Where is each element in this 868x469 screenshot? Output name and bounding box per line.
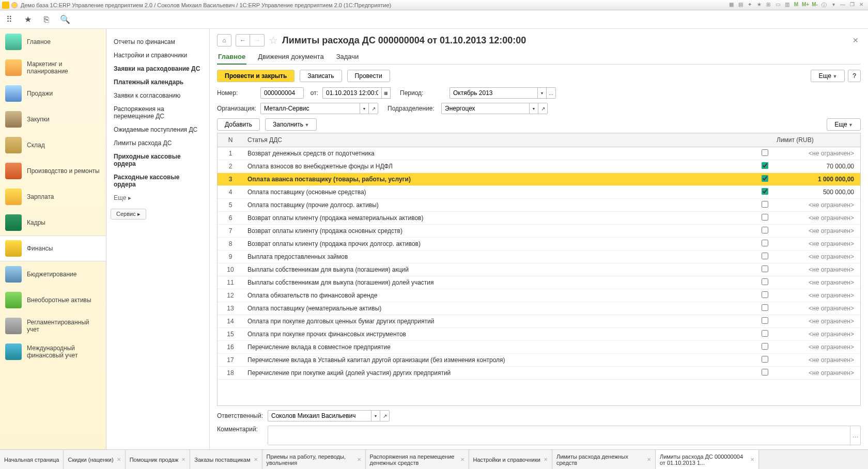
resp-dropdown-icon[interactable]: ▾	[371, 410, 380, 421]
nav-item-4[interactable]: Склад	[0, 132, 106, 158]
window-tab-5[interactable]: Распоряжения на перемещение денежных сре…	[366, 450, 469, 469]
tab-movements[interactable]: Движения документа	[257, 51, 324, 64]
limit-checkbox[interactable]	[762, 188, 768, 195]
subnav-item-6[interactable]: Ожидаемые поступления ДС	[111, 123, 205, 136]
nav-item-10[interactable]: Внеоборотные активы	[0, 287, 106, 313]
dropdown-icon[interactable]: ▾	[829, 2, 838, 9]
window-tab-4[interactable]: Приемы на работу, переводы, увольнения✕	[262, 450, 366, 469]
tb-m-plus[interactable]: M+	[801, 2, 810, 9]
limit-checkbox[interactable]	[762, 330, 768, 337]
table-row[interactable]: 11Выплаты собственникам для выкупа (пога…	[218, 276, 860, 289]
subnav-item-4[interactable]: Заявки к согласованию	[111, 89, 205, 102]
table-row[interactable]: 10Выплаты собственникам для выкупа (пога…	[218, 263, 860, 276]
table-row[interactable]: 15Оплата при покупке прочих финансовых и…	[218, 328, 860, 341]
calendar-icon[interactable]: ▦	[381, 87, 391, 99]
window-tab-2[interactable]: Помощник продаж✕	[126, 450, 191, 469]
subnav-more[interactable]: Еще ▸	[111, 191, 205, 205]
limit-checkbox[interactable]	[762, 343, 768, 350]
close-window-button[interactable]: ✕	[857, 2, 865, 9]
period-select-button[interactable]: …	[547, 87, 556, 99]
table-row[interactable]: 9Выплата предоставленных займов<не огран…	[218, 251, 860, 263]
close-tab-icon[interactable]: ✕	[460, 457, 464, 462]
period-field[interactable]	[450, 87, 537, 99]
close-tab-icon[interactable]: ✕	[117, 457, 121, 462]
nav-item-8[interactable]: Финансы	[0, 236, 106, 261]
limit-checkbox[interactable]	[762, 149, 768, 156]
subnav-item-3[interactable]: Платежный календарь	[111, 75, 205, 89]
tb-icon-5[interactable]: ⊞	[764, 2, 772, 9]
window-tab-7[interactable]: Лимиты расхода денежных средств✕	[552, 450, 656, 469]
limit-checkbox[interactable]	[762, 304, 768, 311]
table-more-button[interactable]: Еще	[827, 118, 861, 131]
nav-item-5[interactable]: Производство и ремонты	[0, 158, 106, 184]
limit-checkbox[interactable]	[762, 356, 768, 363]
home-button[interactable]: ⌂	[217, 34, 231, 46]
write-button[interactable]: Записать	[300, 70, 342, 82]
post-button[interactable]: Провести	[347, 70, 390, 82]
subnav-item-9[interactable]: Расходные кассовые ордера	[111, 170, 205, 191]
limit-checkbox[interactable]	[762, 175, 768, 182]
table-row[interactable]: 8Возврат оплаты клиенту (продажа прочих …	[218, 238, 860, 251]
subnav-item-0[interactable]: Отчеты по финансам	[111, 35, 205, 49]
number-field[interactable]	[260, 87, 304, 99]
responsible-field[interactable]	[268, 410, 371, 421]
close-tab-icon[interactable]: ✕	[647, 457, 651, 462]
table-row[interactable]: 17Перечисление вклада в Уставный капитал…	[218, 354, 860, 367]
service-button[interactable]: Сервис ▸	[111, 209, 146, 220]
help-icon[interactable]: ⓘ	[820, 2, 828, 9]
close-tab-icon[interactable]: ✕	[544, 457, 548, 462]
nav-item-7[interactable]: Кадры	[0, 210, 106, 236]
limit-checkbox[interactable]	[762, 214, 768, 221]
nav-item-1[interactable]: Маркетинг и планирование	[0, 55, 106, 81]
tb-icon-2[interactable]: ▤	[736, 2, 745, 9]
table-row[interactable]: 2Оплата взносов во внебюджетные фонды и …	[218, 160, 860, 173]
table-row[interactable]: 12Оплата обязательств по финансовой арен…	[218, 289, 860, 302]
col-n[interactable]: N	[218, 133, 243, 147]
resp-open-button[interactable]: ↗	[380, 410, 390, 421]
table-row[interactable]: 5Оплата поставщику (прочие долгоср. акти…	[218, 199, 860, 212]
back-button[interactable]: ←	[236, 34, 250, 46]
limits-table[interactable]: N Статья ДДС Лимит (RUB) 1Возврат денежн…	[217, 133, 861, 406]
window-tab-8[interactable]: Лимиты расхода ДС 000000004 от 01.10.201…	[656, 450, 759, 469]
dept-dropdown-icon[interactable]: ▾	[529, 103, 538, 114]
history-icon[interactable]: ⎘	[41, 14, 52, 25]
subnav-item-8[interactable]: Приходные кассовые ордера	[111, 150, 205, 170]
window-tab-6[interactable]: Настройки и справочники✕	[469, 450, 552, 469]
nav-item-11[interactable]: Регламентированный учет	[0, 313, 106, 339]
table-row[interactable]: 4Оплата поставщику (основные средства)50…	[218, 186, 860, 199]
nav-item-6[interactable]: Зарплата	[0, 184, 106, 210]
add-row-button[interactable]: Добавить	[217, 118, 260, 131]
dept-open-button[interactable]: ↗	[538, 103, 548, 114]
limit-checkbox[interactable]	[762, 265, 768, 272]
tab-main[interactable]: Главное	[217, 51, 246, 65]
date-field[interactable]	[322, 87, 381, 99]
app-menu-icon[interactable]	[11, 2, 18, 8]
table-row[interactable]: 3Оплата аванса поставщику (товары, работ…	[218, 173, 860, 186]
favorite-icon[interactable]: ★	[23, 14, 33, 25]
tab-tasks[interactable]: Задачи	[335, 51, 360, 64]
nav-item-3[interactable]: Закупки	[0, 106, 106, 132]
limit-checkbox[interactable]	[762, 201, 768, 208]
tb-icon-6[interactable]: ▭	[773, 2, 782, 9]
col-article[interactable]: Статья ДДС	[243, 133, 757, 147]
nav-item-2[interactable]: Продажи	[0, 81, 106, 106]
close-tab-icon[interactable]: ✕	[357, 457, 361, 462]
limit-checkbox[interactable]	[762, 278, 768, 285]
forward-button[interactable]: →	[250, 34, 265, 46]
dept-field[interactable]	[441, 103, 529, 114]
table-row[interactable]: 16Перечисление вклада в совместное предп…	[218, 341, 860, 354]
nav-item-0[interactable]: Главное	[0, 29, 106, 55]
close-document-button[interactable]: ✕	[850, 34, 861, 46]
tb-m-minus[interactable]: M-	[811, 2, 819, 9]
help-button[interactable]: ?	[848, 70, 861, 82]
table-row[interactable]: 7Возврат оплаты клиенту (продажа основны…	[218, 225, 860, 238]
col-limit[interactable]: Лимит (RUB)	[772, 133, 860, 147]
limit-checkbox[interactable]	[762, 317, 768, 324]
table-row[interactable]: 14Оплата при покупке долговых ценных бум…	[218, 315, 860, 328]
col-check[interactable]	[757, 133, 772, 147]
org-dropdown-icon[interactable]: ▾	[360, 103, 369, 114]
more-actions-button[interactable]: Еще	[811, 70, 845, 82]
fill-button[interactable]: Заполнить	[265, 118, 317, 131]
table-row[interactable]: 6Возврат оплаты клиенту (продажа нематер…	[218, 212, 860, 225]
limit-checkbox[interactable]	[762, 240, 768, 246]
